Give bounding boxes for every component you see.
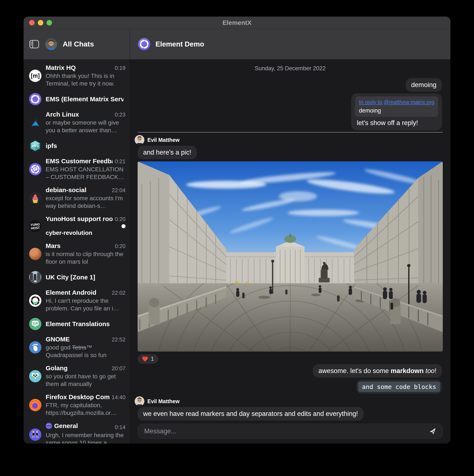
room-list-item[interactable]: Element Android 22:02 Hi, I can't reprod… bbox=[24, 286, 130, 315]
chat-panel: Element Demo Sunday, 25 December 2022 de… bbox=[130, 29, 450, 443]
room-list-item[interactable]: Mars 0:20 is it normal to clip through t… bbox=[24, 239, 130, 268]
message-incoming-pic[interactable]: and here's a pic! bbox=[138, 146, 197, 159]
window-titlebar: ElementX bbox=[24, 17, 450, 29]
message-outgoing-markdown[interactable]: awesome. let's do some markdown too! bbox=[313, 364, 442, 378]
message-outgoing-code[interactable]: and some code blocks bbox=[356, 380, 442, 394]
svg-text:IPFS: IPFS bbox=[32, 144, 39, 148]
room-preview: except for some accounts I'm way behind … bbox=[46, 194, 125, 210]
arch-avatar bbox=[29, 116, 41, 129]
room-list-item[interactable]: EMS Customer Feedbac… 0:21 EMS HOST CANC… bbox=[24, 155, 130, 184]
element-logo-icon bbox=[138, 38, 150, 50]
sidebar: All Chats [m] Matrix HQ 0:19 Ohhh thank … bbox=[24, 29, 130, 443]
ukcity-avatar bbox=[29, 271, 41, 283]
sender-row: Evil Matthew bbox=[135, 135, 179, 145]
reaction-count: 1 bbox=[151, 356, 154, 362]
message-input[interactable] bbox=[144, 427, 427, 435]
cupcake-avatar bbox=[29, 192, 41, 204]
svg-text:HOST: HOST bbox=[31, 226, 40, 230]
room-name: debian-social bbox=[46, 187, 110, 194]
room-preview: Urgh, I remember hearing the same songs … bbox=[46, 431, 125, 443]
room-timestamp: 22:02 bbox=[112, 289, 125, 296]
reply-quote[interactable]: In reply to @matthew:matrix.org demoing bbox=[355, 96, 438, 117]
room-name: Firefox Desktop Comm… bbox=[46, 393, 110, 401]
room-name: Matrix HQ bbox=[46, 64, 113, 71]
message-timeline: Sunday, 25 December 2022 demoing In repl… bbox=[130, 59, 450, 421]
room-name: Arch Linux bbox=[46, 111, 113, 118]
room-list-item[interactable]: UK City [Zone 1] bbox=[24, 268, 130, 286]
element-feedback-avatar bbox=[29, 163, 41, 175]
chat-title: Element Demo bbox=[156, 40, 204, 48]
room-list-item[interactable]: debian-social 22:04 except for some acco… bbox=[24, 184, 130, 213]
room-name: Mars bbox=[46, 242, 113, 250]
sender-name: Evil Matthew bbox=[147, 398, 179, 405]
window-controls bbox=[29, 17, 52, 29]
minimize-window-button[interactable] bbox=[38, 20, 43, 25]
message-outgoing-demoing[interactable]: demoing bbox=[406, 78, 442, 92]
heart-reaction-pill[interactable]: 1 bbox=[138, 354, 158, 364]
message-incoming-readmarkers[interactable]: we even have read markers and day separa… bbox=[138, 407, 364, 421]
room-preview: so you dont have to go get them all manu… bbox=[46, 373, 125, 388]
room-timestamp: 0:23 bbox=[115, 111, 125, 118]
room-timestamp: 22:52 bbox=[112, 336, 125, 343]
unread-dot bbox=[122, 224, 125, 228]
golang-avatar bbox=[29, 370, 41, 382]
element-translations-avatar: 元件 bbox=[29, 318, 41, 330]
yunohost-avatar: YUNOHOST bbox=[29, 220, 41, 232]
room-list-item[interactable]: EMS (Element Matrix Servi… bbox=[24, 90, 130, 108]
room-list-item[interactable]: 元件 Element Translations bbox=[24, 315, 130, 333]
sender-row: Evil Matthew bbox=[135, 396, 179, 406]
room-list-item[interactable]: Golang 20:07 so you dont have to go get … bbox=[24, 362, 130, 391]
send-paper-plane-icon bbox=[429, 427, 437, 435]
user-avatar[interactable] bbox=[45, 38, 57, 50]
elementx-window: ElementX All Chats [m] Matrix HQ bbox=[24, 17, 450, 443]
room-list-item[interactable]: General 0:14 Urgh, I remember hearing th… bbox=[24, 420, 130, 443]
room-list-item[interactable]: [m] Matrix HQ 0:19 Ohhh thank you! This … bbox=[24, 61, 130, 90]
composer-area bbox=[130, 421, 450, 443]
ipfs-avatar: IPFS bbox=[29, 140, 41, 152]
room-preview: EMS HOST CANCELLATION – CUSTOMER FEEDBAC… bbox=[46, 166, 125, 181]
matrix-avatar: [m] bbox=[29, 70, 41, 82]
message-composer[interactable] bbox=[138, 424, 443, 439]
room-name: General bbox=[46, 422, 113, 429]
date-separator: Sunday, 25 December 2022 bbox=[138, 65, 443, 72]
reply-quoted-text: demoing bbox=[359, 107, 434, 115]
room-timestamp: 22:04 bbox=[112, 187, 125, 194]
room-timestamp: 0:20 bbox=[115, 243, 125, 250]
room-name: UK City [Zone 1] bbox=[46, 274, 123, 281]
sender-name: Evil Matthew bbox=[147, 137, 179, 143]
room-list-item[interactable]: Firefox Desktop Comm… 14:40 FTR, my capi… bbox=[24, 391, 130, 420]
room-list-item[interactable]: IPFS ipfs bbox=[24, 137, 130, 155]
zoom-window-button[interactable] bbox=[47, 20, 52, 25]
room-timestamp: 14:40 bbox=[112, 394, 125, 401]
svg-text:元件: 元件 bbox=[32, 322, 38, 325]
in-reply-to-link[interactable]: In reply to bbox=[359, 99, 382, 105]
room-preview: FTR, my capitulation, https://bugzilla.m… bbox=[46, 402, 125, 417]
close-window-button[interactable] bbox=[29, 20, 35, 25]
dancers-avatar-avatar bbox=[29, 428, 41, 441]
room-timestamp: 0:14 bbox=[115, 424, 125, 431]
room-name: GNOME bbox=[46, 336, 110, 343]
firefox-avatar bbox=[29, 399, 41, 411]
heart-icon bbox=[142, 356, 148, 362]
room-list-item[interactable]: Arch Linux 0:23 or maybe someone will gi… bbox=[24, 108, 130, 137]
room-name: ipfs bbox=[46, 142, 123, 150]
evil-matthew-avatar[interactable] bbox=[135, 135, 144, 145]
room-preview: cyber-revolution bbox=[46, 229, 125, 237]
reply-user-link[interactable]: @matthew:matrix.org bbox=[384, 99, 434, 105]
sidebar-header: All Chats bbox=[24, 29, 130, 59]
room-name: Element Translations bbox=[46, 320, 123, 328]
send-button[interactable] bbox=[427, 426, 438, 437]
room-list-item[interactable]: YUNOHOST YunoHost support roo… 0:20 cybe… bbox=[24, 213, 130, 239]
evil-matthew-avatar[interactable] bbox=[135, 396, 144, 406]
room-preview: Ohhh thank you! This is in Terminal, let… bbox=[46, 72, 125, 87]
window-title: ElementX bbox=[24, 19, 450, 26]
sidebar-toggle-icon[interactable] bbox=[29, 39, 40, 49]
room-preview: Hi, I can't reproduce the problem. Can y… bbox=[46, 297, 125, 312]
photo-attachment-somerset-house[interactable] bbox=[138, 161, 443, 352]
room-list-item[interactable]: GNOME 22:52 good god Tetris™ Quadrapasse… bbox=[24, 333, 130, 362]
room-preview: is it normal to clip through the floor o… bbox=[46, 250, 125, 266]
dancers-icon bbox=[46, 423, 52, 429]
room-timestamp: 0:21 bbox=[115, 158, 125, 165]
chat-header: Element Demo bbox=[130, 29, 450, 59]
message-outgoing-reply[interactable]: In reply to @matthew:matrix.org demoing … bbox=[351, 93, 442, 130]
